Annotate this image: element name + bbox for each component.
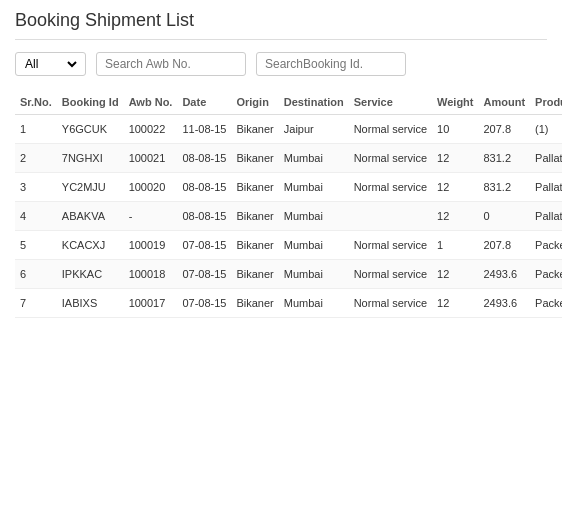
col-origin: Origin	[231, 90, 278, 115]
col-date: Date	[177, 90, 231, 115]
cell-service: Normal service	[349, 173, 432, 202]
search-awb-input[interactable]	[96, 52, 246, 76]
cell-destination: Mumbai	[279, 231, 349, 260]
cell-origin: Bikaner	[231, 144, 278, 173]
cell-weight: 12	[432, 260, 478, 289]
cell-service: Normal service	[349, 115, 432, 144]
cell-date: 08-08-15	[177, 173, 231, 202]
cell-awb: 100018	[124, 260, 178, 289]
page-title: Booking Shipment List	[15, 10, 547, 40]
cell-destination: Mumbai	[279, 144, 349, 173]
cell-sr: 4	[15, 202, 57, 231]
cell-booking-id: Y6GCUK	[57, 115, 124, 144]
cell-weight: 1	[432, 231, 478, 260]
col-weight: Weight	[432, 90, 478, 115]
col-awb: Awb No.	[124, 90, 178, 115]
cell-sr: 7	[15, 289, 57, 318]
cell-sr: 1	[15, 115, 57, 144]
col-booking-id: Booking Id	[57, 90, 124, 115]
cell-weight: 12	[432, 173, 478, 202]
cell-date: 07-08-15	[177, 231, 231, 260]
cell-weight: 12	[432, 202, 478, 231]
col-destination: Destination	[279, 90, 349, 115]
search-booking-input[interactable]	[256, 52, 406, 76]
cell-service: Normal service	[349, 260, 432, 289]
cell-amount: 831.2	[479, 144, 531, 173]
cell-weight: 12	[432, 289, 478, 318]
table-row: 4ABAKVA-08-08-15BikanerMumbai120Pallate(…	[15, 202, 562, 231]
cell-origin: Bikaner	[231, 202, 278, 231]
cell-sr: 2	[15, 144, 57, 173]
cell-origin: Bikaner	[231, 115, 278, 144]
cell-amount: 2493.6	[479, 289, 531, 318]
cell-destination: Mumbai	[279, 173, 349, 202]
table-row: 6IPKKAC10001807-08-15BikanerMumbaiNormal…	[15, 260, 562, 289]
cell-booking-id: ABAKVA	[57, 202, 124, 231]
cell-weight: 10	[432, 115, 478, 144]
table-row: 3YC2MJU10002008-08-15BikanerMumbaiNormal…	[15, 173, 562, 202]
table-header-row: Sr.No. Booking Id Awb No. Date Origin De…	[15, 90, 562, 115]
col-service: Service	[349, 90, 432, 115]
cell-amount: 2493.6	[479, 260, 531, 289]
cell-amount: 0	[479, 202, 531, 231]
status-select[interactable]: All Paid Unpaid	[21, 56, 80, 72]
col-sr: Sr.No.	[15, 90, 57, 115]
filter-bar: All Paid Unpaid	[15, 52, 547, 76]
cell-destination: Jaipur	[279, 115, 349, 144]
cell-product-type: Packet(1)	[530, 289, 562, 318]
cell-product-type: Pallate(1)	[530, 144, 562, 173]
cell-booking-id: 7NGHXI	[57, 144, 124, 173]
cell-date: 07-08-15	[177, 289, 231, 318]
cell-booking-id: KCACXJ	[57, 231, 124, 260]
col-amount: Amount	[479, 90, 531, 115]
cell-product-type: Packet(1)	[530, 231, 562, 260]
cell-date: 08-08-15	[177, 202, 231, 231]
cell-sr: 3	[15, 173, 57, 202]
cell-origin: Bikaner	[231, 260, 278, 289]
cell-date: 08-08-15	[177, 144, 231, 173]
cell-product-type: Pallate(1)	[530, 202, 562, 231]
cell-service: Normal service	[349, 231, 432, 260]
table-row: 1Y6GCUK10002211-08-15BikanerJaipurNormal…	[15, 115, 562, 144]
col-product: Product/Type	[530, 90, 562, 115]
cell-service: Normal service	[349, 289, 432, 318]
cell-awb: 100022	[124, 115, 178, 144]
table-row: 27NGHXI10002108-08-15BikanerMumbaiNormal…	[15, 144, 562, 173]
shipment-table: Sr.No. Booking Id Awb No. Date Origin De…	[15, 90, 562, 318]
cell-sr: 5	[15, 231, 57, 260]
cell-product-type: (1)	[530, 115, 562, 144]
cell-awb: 100019	[124, 231, 178, 260]
cell-service: Normal service	[349, 144, 432, 173]
cell-weight: 12	[432, 144, 478, 173]
cell-awb: 100020	[124, 173, 178, 202]
cell-service	[349, 202, 432, 231]
cell-product-type: Packet(1)	[530, 260, 562, 289]
cell-sr: 6	[15, 260, 57, 289]
cell-awb: 100021	[124, 144, 178, 173]
cell-awb: -	[124, 202, 178, 231]
cell-origin: Bikaner	[231, 231, 278, 260]
cell-destination: Mumbai	[279, 260, 349, 289]
page-wrapper: Booking Shipment List All Paid Unpaid Sr…	[0, 0, 562, 511]
cell-product-type: Pallate(1)	[530, 173, 562, 202]
cell-date: 11-08-15	[177, 115, 231, 144]
cell-booking-id: IPKKAC	[57, 260, 124, 289]
cell-destination: Mumbai	[279, 202, 349, 231]
cell-origin: Bikaner	[231, 173, 278, 202]
status-select-wrapper[interactable]: All Paid Unpaid	[15, 52, 86, 76]
cell-origin: Bikaner	[231, 289, 278, 318]
cell-booking-id: IABIXS	[57, 289, 124, 318]
cell-awb: 100017	[124, 289, 178, 318]
cell-date: 07-08-15	[177, 260, 231, 289]
table-row: 5KCACXJ10001907-08-15BikanerMumbaiNormal…	[15, 231, 562, 260]
cell-booking-id: YC2MJU	[57, 173, 124, 202]
cell-amount: 831.2	[479, 173, 531, 202]
table-row: 7IABIXS10001707-08-15BikanerMumbaiNormal…	[15, 289, 562, 318]
cell-amount: 207.8	[479, 115, 531, 144]
cell-destination: Mumbai	[279, 289, 349, 318]
cell-amount: 207.8	[479, 231, 531, 260]
